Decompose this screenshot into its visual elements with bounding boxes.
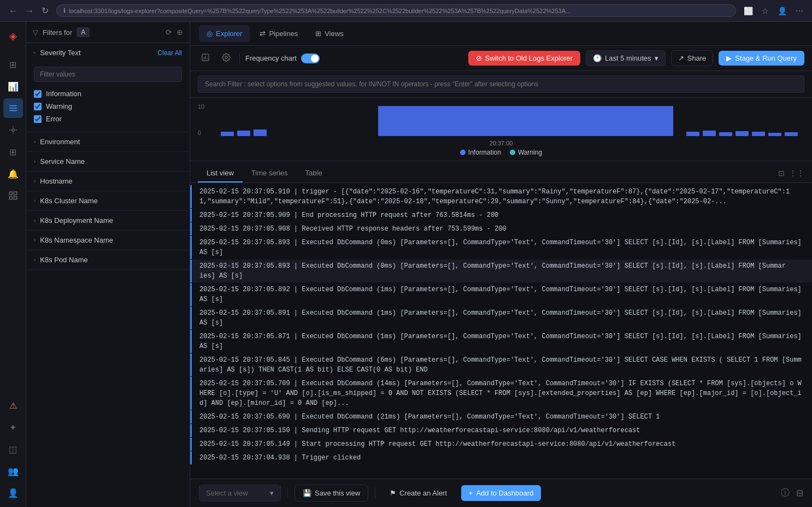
profile-button[interactable]: 👤 — [775, 5, 789, 16]
log-entry[interactable]: 2025-02-15 20:37:05.893 | Executed DbCom… — [190, 260, 812, 282]
sidebar-item-home[interactable]: ⊞ — [3, 55, 23, 74]
log-area[interactable]: 2025-02-15 20:37:05.910 | trigger - [{"d… — [190, 183, 812, 479]
checkbox-error[interactable]: Error — [34, 113, 182, 125]
log-entry[interactable]: 2025-02-15 20:37:05.909 | End processing… — [190, 209, 812, 222]
checkbox-information[interactable]: Information — [34, 87, 182, 100]
log-entry[interactable]: 2025-02-15 20:37:05.908 | Received HTTP … — [190, 222, 812, 235]
sidebar-logo[interactable]: ◈ — [3, 26, 23, 46]
back-button[interactable]: ← — [7, 4, 20, 18]
save-view-btn[interactable]: 💾 Save this view — [295, 485, 368, 502]
severity-filter-input[interactable] — [34, 67, 182, 82]
sidebar-item-integrations[interactable]: ✦ — [3, 417, 23, 437]
k8s-cluster-section-header[interactable]: › K8s Cluster Name — [26, 191, 190, 210]
forward-button[interactable]: → — [23, 4, 36, 18]
share-btn[interactable]: ↗ Share — [671, 50, 714, 66]
severity-section-header[interactable]: › Severity Text Clear All — [26, 43, 190, 62]
add-dashboard-btn[interactable]: + Add to Dashboard — [461, 485, 541, 501]
log-copy-btn[interactable]: ⧉ — [789, 261, 794, 269]
filter-tag: A — [77, 27, 90, 37]
switch-old-btn[interactable]: ⊘ Switch to Old Logs Explorer — [468, 51, 580, 66]
more-button[interactable]: ⋯ — [793, 5, 805, 16]
freq-chart-switch[interactable] — [301, 54, 320, 63]
log-entry[interactable]: 2025-02-15 20:37:05.149 | Start processi… — [190, 438, 812, 451]
keyboard-btn[interactable]: ⊟ — [796, 488, 803, 498]
sidebar-item-alerts[interactable]: 🔔 — [3, 164, 23, 184]
k8s-namespace-chevron-icon: › — [34, 237, 36, 243]
columns-btn[interactable]: ⋮⋮ — [789, 169, 804, 178]
checkbox-warning-input[interactable] — [34, 103, 42, 110]
k8s-deployment-section-header[interactable]: › K8s Deployment Name — [26, 211, 190, 230]
legend-info-dot — [460, 150, 466, 155]
sidebar-item-dashboards[interactable]: ⊞ — [3, 142, 23, 162]
tab-button[interactable]: ⬜ — [742, 5, 755, 16]
tab-views[interactable]: ⊞ Views — [308, 25, 351, 42]
app-container: ◈ ⊞ 📊 ⊞ 🔔 ⚠ ✦ ◫ 👥 👤 ▽ Fi — [0, 22, 812, 507]
time-picker[interactable]: 🕐 Last 5 minutes ▾ — [586, 50, 666, 66]
svg-rect-5 — [14, 192, 16, 194]
severity-label: Severity Text — [40, 49, 80, 57]
sidebar-item-team[interactable]: 👥 — [3, 461, 23, 481]
address-bar[interactable]: ℹ localhost:3301/logs/logs-explorer?comp… — [56, 4, 736, 17]
tab-table[interactable]: Table — [297, 166, 331, 182]
download-btn[interactable]: ⊡ — [778, 169, 785, 178]
log-entry[interactable]: 2025-02-15 20:37:05.709 | Executed DbCom… — [190, 377, 812, 410]
sidebar-item-billing[interactable]: ◫ — [3, 439, 23, 459]
sidebar-item-logs[interactable] — [3, 98, 23, 118]
service-name-section-header[interactable]: › Service Name — [26, 152, 190, 171]
tab-pipelines[interactable]: ⇄ Pipelines — [252, 25, 305, 42]
legend-info-label: Information — [468, 149, 501, 156]
legend-warning-label: Warning — [518, 149, 542, 156]
sidebar-item-metrics[interactable]: 📊 — [3, 76, 23, 96]
alert-icon: ⚑ — [390, 489, 396, 497]
sidebar-item-traces[interactable] — [3, 120, 23, 140]
checkbox-warning[interactable]: Warning — [34, 100, 182, 113]
select-view-dropdown[interactable]: Select a view ▾ — [199, 485, 281, 502]
checkbox-error-input[interactable] — [34, 115, 42, 123]
stage-run-label: Stage & Run Query — [735, 54, 797, 62]
log-entry[interactable]: 2025-02-15 20:37:05.910 | trigger - [{"d… — [190, 185, 812, 208]
log-entry[interactable]: 2025-02-15 20:37:05.690 | Executed DbCom… — [190, 410, 812, 423]
log-entry[interactable]: 2025-02-15 20:37:05.891 | Executed DbCom… — [190, 306, 812, 329]
search-input[interactable] — [198, 75, 804, 93]
toolbar-settings-btn[interactable] — [219, 51, 234, 66]
chart-bar-container — [214, 103, 804, 138]
add-filter-btn[interactable]: ⊕ — [176, 28, 183, 37]
tab-explorer[interactable]: ◎ Explorer — [199, 25, 250, 42]
filter-scroll: › Severity Text Clear All Information Wa… — [26, 43, 190, 507]
k8s-namespace-section-header[interactable]: › K8s Namespace Name — [26, 231, 190, 250]
filter-header-label: Filters for — [43, 28, 72, 37]
log-entry[interactable]: 2025-02-15 20:37:05.893 | Executed DbCom… — [190, 236, 812, 259]
sidebar-item-alert-warning[interactable]: ⚠ — [3, 396, 23, 415]
bottom-divider-1 — [287, 488, 288, 499]
toolbar-chart-btn[interactable] — [198, 51, 213, 66]
environment-section-header[interactable]: › Environment — [26, 132, 190, 151]
severity-clear-btn[interactable]: Clear All — [157, 49, 182, 57]
sidebar-item-account[interactable]: 👤 — [3, 483, 23, 503]
tab-list-view[interactable]: List view — [198, 166, 243, 182]
create-alert-btn[interactable]: ⚑ Create an Alert — [382, 485, 455, 501]
time-label: Last 5 minutes — [605, 54, 651, 62]
hostname-label: Hostname — [40, 177, 72, 185]
help-btn[interactable]: ⓘ — [781, 487, 790, 499]
stage-run-btn[interactable]: ▶ Stage & Run Query — [719, 51, 804, 66]
hostname-section: › Hostname — [26, 172, 190, 191]
legend-warning-dot — [510, 150, 515, 155]
tab-time-series[interactable]: Time series — [243, 166, 297, 182]
clock-icon: 🕐 — [593, 54, 602, 62]
log-text: 2025-02-15 20:37:05.709 | Executed DbCom… — [199, 379, 804, 408]
sidebar-item-services[interactable] — [3, 186, 23, 205]
bookmark-button[interactable]: ☆ — [760, 5, 771, 16]
checkbox-information-input[interactable] — [34, 90, 42, 98]
log-entry[interactable]: 2025-02-15 20:37:05.892 | Executed DbCom… — [190, 283, 812, 306]
log-entry[interactable]: 2025-02-15 20:37:05.871 | Executed DbCom… — [190, 330, 812, 353]
chart-area: 10 0 — [190, 98, 812, 161]
refresh-button[interactable]: ↻ — [39, 3, 51, 18]
k8s-pod-section-header[interactable]: › K8s Pod Name — [26, 250, 190, 269]
hostname-section-header[interactable]: › Hostname — [26, 172, 190, 191]
log-link-btn[interactable]: 🔗 — [796, 261, 804, 269]
svg-rect-12 — [237, 131, 250, 136]
refresh-filter-btn[interactable]: ⟳ — [166, 28, 172, 37]
log-entry[interactable]: 2025-02-15 20:37:05.845 | Executed DbCom… — [190, 353, 812, 376]
log-entry[interactable]: 2025-02-15 20:37:04.938 | Trigger clicke… — [190, 451, 812, 464]
log-entry[interactable]: 2025-02-15 20:37:05.150 | Sending HTTP r… — [190, 424, 812, 437]
